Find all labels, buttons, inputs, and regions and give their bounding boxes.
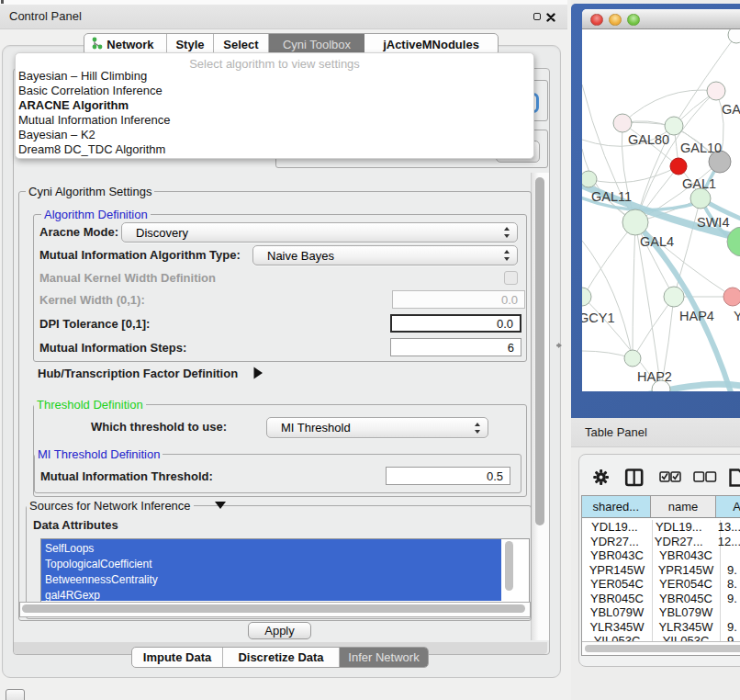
svg-text:GAL80: GAL80 <box>628 132 669 147</box>
svg-text:HAP4: HAP4 <box>679 309 714 323</box>
svg-text:HAP2: HAP2 <box>637 369 672 384</box>
svg-text:GAL1: GAL1 <box>682 176 716 191</box>
svg-text:SWI4: SWI4 <box>697 215 729 230</box>
svg-text:GAL7: GAL7 <box>722 102 740 117</box>
svg-text:YM: YM <box>734 309 740 323</box>
svg-text:GAL4: GAL4 <box>640 234 674 249</box>
svg-text:GAL11: GAL11 <box>591 189 632 204</box>
svg-text:GCY1: GCY1 <box>582 310 615 325</box>
svg-text:GAL10: GAL10 <box>680 141 722 155</box>
